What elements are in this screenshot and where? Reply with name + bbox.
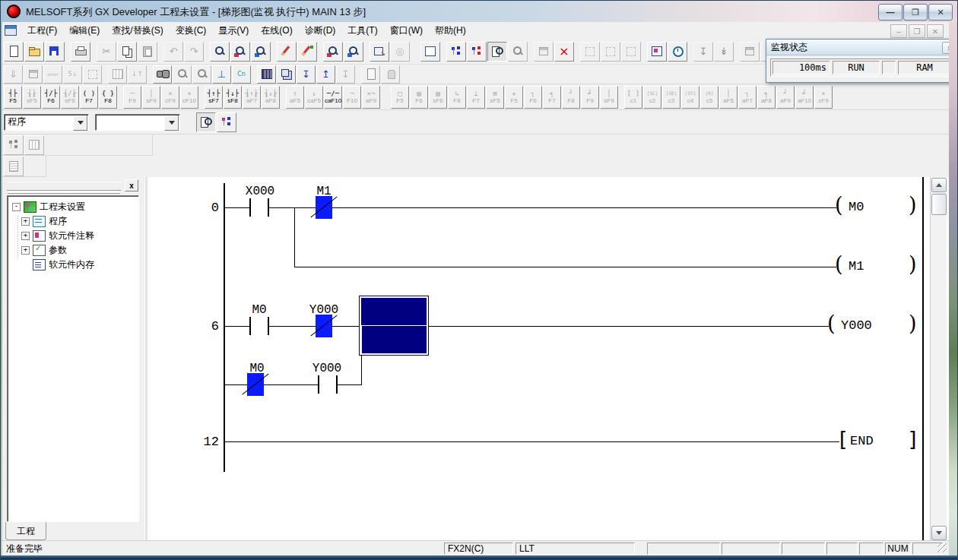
ladder-symbol-icon: [SC] xyxy=(647,90,658,97)
mdi-child-icon[interactable] xyxy=(5,25,17,36)
jump-up-button[interactable]: ↥ xyxy=(316,65,335,84)
tree-item-mem[interactable]: 软元件内存 xyxy=(11,258,138,272)
data-name-combobox[interactable] xyxy=(95,114,180,131)
coil-label-m1[interactable]: M1 xyxy=(849,259,864,274)
ladder-symbol-F6-button[interactable]: ┤/├F6 xyxy=(42,86,60,109)
menu-item-8[interactable]: 窗口(W) xyxy=(384,23,429,38)
collapse-icon[interactable]: - xyxy=(12,203,21,211)
ladder-symbol-key-label: aF7 xyxy=(246,97,257,104)
program-type-combobox[interactable]: 程序 xyxy=(4,114,89,131)
monitor-status-title: 监视状态 xyxy=(771,41,807,54)
ladder-symbol-key-label: sF7 xyxy=(208,97,218,104)
menu-item-5[interactable]: 在线(O) xyxy=(255,23,298,38)
mdi-minimize-button[interactable]: – xyxy=(890,24,907,38)
tree-item-param[interactable]: +参数 xyxy=(11,243,138,258)
menu-item-1[interactable]: 编辑(E) xyxy=(63,23,106,38)
resize-grip[interactable] xyxy=(937,543,947,552)
print-button[interactable] xyxy=(71,42,90,62)
restore-button[interactable]: ❐ xyxy=(903,4,928,21)
ladder-vertical-scrollbar[interactable] xyxy=(930,177,947,540)
menu-item-6[interactable]: 诊断(D) xyxy=(299,23,342,38)
menu-item-9[interactable]: 帮助(H) xyxy=(429,23,472,38)
tree-item-comm[interactable]: +软元件注释 xyxy=(11,229,138,243)
expand-icon[interactable]: + xyxy=(21,246,30,255)
stop-monitor-button[interactable]: × xyxy=(554,42,574,62)
mdi-close-button[interactable]: ✕ xyxy=(927,24,944,38)
entry-data-monitor-button[interactable] xyxy=(668,42,687,62)
ladder-symbol-sF7-button[interactable]: ┤↑├sF7 xyxy=(205,86,223,109)
note-rotate-button[interactable]: Cn xyxy=(232,65,251,84)
expand-icon[interactable]: + xyxy=(21,232,30,240)
replace-device-button[interactable] xyxy=(323,42,343,62)
ladder-monitor-toggle-button[interactable] xyxy=(196,112,216,132)
new-button[interactable] xyxy=(4,42,24,62)
open-contact-y000[interactable] xyxy=(318,375,338,394)
ladder-symbol-key-label: caF5 xyxy=(307,97,321,104)
open-contact-m0[interactable] xyxy=(249,317,269,335)
ladder-symbol-sF5-button: ⊠sF5 xyxy=(486,86,504,109)
minimize-button[interactable]: — xyxy=(878,4,902,21)
closed-contact-m1-energized[interactable] xyxy=(316,196,332,219)
panel-drag-handle[interactable] xyxy=(7,182,121,191)
close-button[interactable]: ✕ xyxy=(928,4,953,21)
statement-display-button[interactable] xyxy=(277,65,296,84)
statement-button[interactable] xyxy=(297,42,317,62)
comment-display-button[interactable] xyxy=(257,65,276,84)
ladder-symbol-F8-button[interactable]: { }F8 xyxy=(99,86,117,109)
project-data-list-button[interactable] xyxy=(217,112,236,132)
menu-item-3[interactable]: 变换(C) xyxy=(170,23,213,38)
ladder-symbol-F5-button[interactable]: ┤├F5 xyxy=(4,86,22,109)
menu-item-2[interactable]: 查找/替换(S) xyxy=(106,23,169,38)
closed-contact-y000-energized[interactable] xyxy=(316,315,332,337)
edit-mode-2-button xyxy=(601,42,620,62)
monitor-status-titlebar[interactable]: 监视状态 x xyxy=(766,40,958,55)
parameter-tree-button[interactable] xyxy=(446,42,466,62)
ladder-symbol-caF10-button[interactable]: ─∕─caF10 xyxy=(324,86,342,109)
tree-item-project-root[interactable]: -工程未设置 xyxy=(11,200,138,214)
mdi-restore-button[interactable]: ❐ xyxy=(909,24,925,38)
scroll-up-icon[interactable] xyxy=(931,178,947,192)
find-device-button[interactable] xyxy=(210,42,230,62)
expand-icon[interactable]: + xyxy=(21,217,30,226)
comment-tree-button[interactable] xyxy=(467,42,487,62)
scrollbar-thumb[interactable] xyxy=(931,194,947,215)
device-comment-button[interactable] xyxy=(277,42,297,62)
menu-item-7[interactable]: 工具(T) xyxy=(341,23,383,38)
find-instruction-button[interactable] xyxy=(230,42,250,62)
jump-down-button[interactable]: ↧ xyxy=(297,65,316,84)
transfer-setup-button[interactable] xyxy=(370,42,389,62)
ladder-logic-test-button[interactable] xyxy=(420,42,440,62)
ladder-symbol-sF6-button: ┧/┟sF6 xyxy=(61,86,79,109)
copy-button[interactable] xyxy=(117,42,137,62)
coil-label-m0[interactable]: M0 xyxy=(849,200,864,214)
find-string-button[interactable] xyxy=(251,42,271,62)
line-statement-button[interactable]: ⊥ xyxy=(212,65,231,84)
combo-dropdown-icon[interactable] xyxy=(164,115,179,131)
ladder-symbol-key-label: F10 xyxy=(347,97,357,104)
panel-close-button[interactable]: x xyxy=(125,179,138,191)
save-button[interactable] xyxy=(45,42,65,62)
ladder-symbol-key-label: sF6 xyxy=(433,97,443,104)
combo-dropdown-icon[interactable] xyxy=(73,115,87,131)
edit-cursor-block[interactable] xyxy=(360,296,428,355)
monitor-mode-button[interactable] xyxy=(487,42,507,62)
find-binocular-button[interactable] xyxy=(153,65,172,84)
open-contact-x000[interactable] xyxy=(249,198,269,217)
ladder-symbol-c5-button: [R]c5 xyxy=(700,86,718,109)
ladder-symbol-sF8-button[interactable]: ┤↓├sF8 xyxy=(224,86,242,109)
device-batch-monitor-button[interactable] xyxy=(647,42,667,62)
closed-contact-m0-energized[interactable] xyxy=(247,373,264,396)
ladder-editor[interactable]: 0 X000 M1 ( M0 ) ( M1 ) 6 M0 Y000 ( Y000… xyxy=(148,177,949,540)
ladder-symbol-F7-button[interactable]: ( )F7 xyxy=(80,86,98,109)
end-instruction-label[interactable]: END xyxy=(850,434,874,448)
replace-string-button[interactable] xyxy=(344,42,363,62)
open-icon xyxy=(28,46,40,57)
menu-item-4[interactable]: 显示(V) xyxy=(212,23,255,38)
scroll-down-icon[interactable] xyxy=(931,526,947,540)
open-button[interactable] xyxy=(24,42,44,62)
menu-item-0[interactable]: 工程(F) xyxy=(21,23,63,38)
coil-label-y000[interactable]: Y000 xyxy=(841,318,872,333)
project-tab[interactable]: 工程 xyxy=(5,522,46,540)
tree-item-prog[interactable]: +程序 xyxy=(11,214,138,229)
monitor-status-window[interactable]: 监视状态 x 100ms RUN RAM xyxy=(766,39,958,83)
